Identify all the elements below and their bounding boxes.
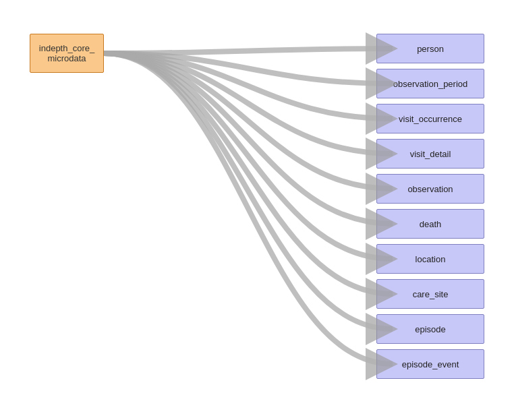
target-box-observation_period: observation_period: [376, 69, 484, 98]
target-box-label-episode_event: episode_event: [402, 359, 459, 369]
target-box-person: person: [376, 34, 484, 63]
target-box-label-observation_period: observation_period: [393, 79, 468, 89]
target-box-label-observation: observation: [407, 184, 453, 194]
target-box-observation: observation: [376, 174, 484, 204]
target-box-label-visit_detail: visit_detail: [410, 149, 451, 159]
target-box-label-visit_occurrence: visit_occurrence: [399, 114, 462, 124]
page: indepth_core_microdata personobservation…: [0, 0, 514, 420]
target-box-care_site: care_site: [376, 279, 484, 309]
target-box-label-death: death: [420, 219, 442, 229]
target-box-visit_occurrence: visit_occurrence: [376, 104, 484, 133]
target-box-episode_event: episode_event: [376, 349, 484, 379]
target-box-death: death: [376, 209, 484, 239]
target-box-label-person: person: [417, 44, 444, 54]
target-box-location: location: [376, 244, 484, 274]
target-box-visit_detail: visit_detail: [376, 139, 484, 169]
target-box-episode: episode: [376, 314, 484, 344]
target-box-label-location: location: [416, 254, 446, 264]
target-box-label-episode: episode: [415, 324, 446, 334]
target-box-label-care_site: care_site: [413, 289, 449, 299]
source-box-text: indepth_core_microdata: [39, 43, 94, 63]
diagram-area: indepth_core_microdata personobservation…: [16, 19, 498, 383]
source-box: indepth_core_microdata: [30, 34, 104, 73]
